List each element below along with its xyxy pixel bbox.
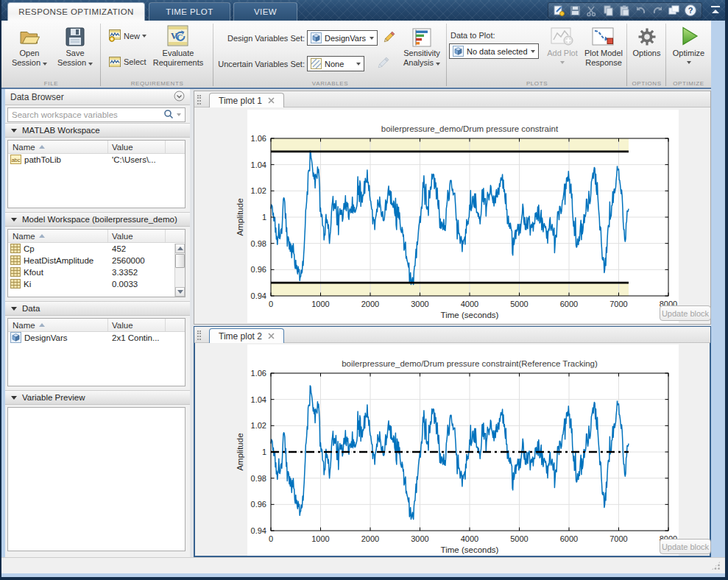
combo-value: None	[325, 60, 353, 68]
sensitivity-analysis-icon	[412, 24, 431, 47]
minimize-toolstrip-icon[interactable]	[709, 4, 724, 17]
select-requirement-icon	[109, 55, 121, 68]
button-label: Plot Model	[584, 49, 623, 58]
tab-time-plot[interactable]: TIME PLOT	[149, 2, 230, 21]
vertical-scrollbar[interactable]	[174, 244, 185, 297]
time-plot-1-tab[interactable]: Time plot 1	[209, 93, 284, 107]
table-row[interactable]: HeatDistAmplitude2560000	[8, 255, 185, 266]
column-header-name[interactable]: Name	[8, 319, 108, 331]
column-header-value[interactable]: Value	[108, 141, 166, 153]
collapse-triangle-icon	[11, 396, 17, 400]
select-requirement-button[interactable]: Select	[109, 55, 146, 68]
search-options-arrow-icon[interactable]	[177, 113, 181, 116]
window-border-right	[725, 0, 728, 580]
svg-text:Time (seconds): Time (seconds)	[441, 311, 499, 319]
uncertain-variables-combo[interactable]: None	[307, 56, 364, 71]
table-header: NameValue	[8, 141, 185, 154]
svg-text:0.98: 0.98	[251, 474, 266, 483]
svg-text:?: ?	[688, 6, 693, 15]
svg-text:4000: 4000	[461, 534, 478, 543]
combo-value: DesignVars	[325, 34, 367, 43]
options-button[interactable]: Options	[629, 24, 665, 58]
design-variables-combo[interactable]: DesignVars	[307, 30, 378, 46]
redo-icon[interactable]	[651, 4, 664, 17]
tab-view[interactable]: VIEW	[233, 2, 297, 21]
section-header-variable-preview[interactable]: Variable Preview	[5, 390, 190, 405]
optimize-button[interactable]: Optimize	[669, 24, 708, 64]
svg-text:Time (seconds): Time (seconds)	[441, 545, 499, 554]
svg-text:abc: abc	[11, 156, 20, 163]
column-header-name[interactable]: Name	[8, 230, 108, 242]
button-label: Evaluate	[163, 49, 194, 58]
quick-access-toolbar: ?	[548, 2, 702, 18]
edit-design-variables-icon[interactable]	[381, 30, 396, 48]
panel-drag-grip[interactable]	[197, 330, 201, 340]
section-header-model-workspace-boilerpressure-demo-[interactable]: Model Workspace (boilerpressure_demo)	[5, 212, 190, 227]
svg-text:3000: 3000	[411, 300, 428, 308]
update-block-button[interactable]: Update block	[660, 539, 711, 554]
section-title: Variable Preview	[22, 393, 85, 402]
open-session-button[interactable]: Open Session	[7, 24, 52, 68]
sensitivity-analysis-button[interactable]: Sensitivity Analysis	[399, 24, 445, 68]
table-row[interactable]: Cp452	[8, 243, 185, 255]
svg-text:7000: 7000	[609, 534, 627, 543]
variable-name: Cp	[24, 244, 35, 253]
scroll-down-icon[interactable]	[175, 287, 185, 297]
button-label: Select	[124, 57, 146, 66]
save-icon[interactable]	[569, 4, 582, 17]
evaluate-requirements-button[interactable]: VC Evaluate Requirements	[144, 24, 213, 68]
plot-model-response-button[interactable]: Plot Model Response	[582, 24, 625, 68]
column-header-value[interactable]: Value	[108, 319, 166, 331]
add-plot-button[interactable]: Add Plot	[544, 24, 581, 64]
status-bar	[1, 557, 725, 573]
table-row[interactable]: abcpathToLib'C:\Users\...	[8, 154, 185, 166]
tab-label: Time plot 1	[219, 96, 262, 106]
layout-icon[interactable]	[668, 4, 680, 17]
save-session-button[interactable]: Save Session	[53, 24, 97, 68]
variables-table	[7, 407, 185, 551]
new-window-icon[interactable]	[553, 4, 565, 17]
close-tab-icon[interactable]	[268, 97, 275, 104]
table-row[interactable]: DesignVars2x1 Contin...	[8, 332, 185, 344]
column-header-name[interactable]: Name	[8, 141, 108, 153]
svg-text:Amplitude: Amplitude	[236, 198, 244, 236]
dropdown-arrow-icon	[531, 50, 535, 53]
svg-text:7000: 7000	[609, 300, 627, 308]
table-row[interactable]: Ki0.0033	[8, 278, 185, 290]
edit-uncertain-variables-icon-disabled	[375, 56, 390, 74]
search-workspace-input[interactable]: Search workspace variables	[7, 107, 185, 122]
button-label: Save	[66, 49, 84, 58]
panel-drag-grip[interactable]	[197, 95, 201, 105]
toolstrip-ribbon: FILE Open Session Save Session REQUIREME…	[1, 21, 711, 89]
tab-response-optimization[interactable]: RESPONSE OPTIMIZATION	[7, 2, 145, 21]
cut-icon[interactable]	[585, 4, 598, 17]
table-row[interactable]: Kfout3.3352	[8, 266, 185, 278]
close-tab-icon[interactable]	[268, 333, 275, 339]
help-icon[interactable]: ?	[684, 4, 697, 17]
dropdown-arrow-icon	[436, 63, 440, 66]
dropdown-arrow-icon	[560, 61, 565, 64]
search-icon[interactable]	[163, 109, 174, 121]
update-block-button[interactable]: Update block	[660, 305, 711, 321]
svg-text:5000: 5000	[510, 300, 528, 308]
variable-value: 'C:\Users\...	[108, 155, 156, 164]
undo-icon[interactable]	[635, 4, 647, 17]
panel-menu-icon[interactable]	[174, 91, 185, 104]
copy-icon[interactable]	[602, 4, 615, 17]
svg-text:0.96: 0.96	[251, 265, 266, 274]
column-header-value[interactable]: Value	[108, 230, 166, 242]
scrollbar-thumb[interactable]	[175, 254, 185, 268]
time-plot-1-panel: Time plot 1 0100020003000400050006000700…	[194, 91, 711, 325]
scroll-up-icon[interactable]	[175, 244, 185, 253]
figure-area: 0100020003000400050006000700080001.061.0…	[194, 343, 710, 556]
resize-grip[interactable]	[711, 561, 721, 570]
data-browser-header: Data Browser	[5, 89, 190, 105]
section-header-matlab-workspace[interactable]: MATLAB Workspace	[5, 123, 190, 138]
new-requirement-button[interactable]: New	[109, 29, 146, 42]
paste-icon[interactable]	[618, 4, 631, 17]
section-header-data[interactable]: Data	[5, 301, 190, 316]
numeric-table-icon	[10, 279, 21, 290]
time-plot-2-tab[interactable]: Time plot 2	[209, 328, 284, 343]
button-label: Optimize	[673, 49, 704, 58]
data-to-plot-combo[interactable]: No data selected	[449, 43, 539, 59]
